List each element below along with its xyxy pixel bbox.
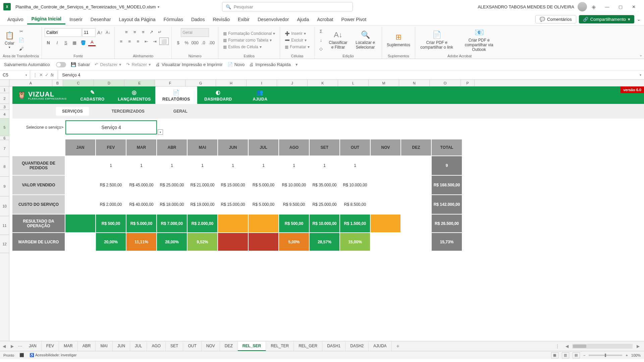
ribbon-tab-exibir[interactable]: Exibir: [234, 15, 254, 24]
orientation-icon[interactable]: ↗: [148, 28, 155, 36]
quick-print-button[interactable]: 🖨Impressão Rápida: [249, 62, 291, 67]
zoom-level[interactable]: 100%: [631, 353, 641, 357]
align-top-icon[interactable]: ≡: [123, 28, 130, 36]
zoom-in-button[interactable]: +: [626, 353, 628, 357]
filename-caret-icon[interactable]: ▾: [158, 5, 159, 9]
worksheet[interactable]: 🦉 VIZUAL PLANILHAS EMPRESARIAIS ✎CADASTR…: [9, 86, 644, 341]
ribbon-tab-desenvolvedor[interactable]: Desenvolvedor: [254, 15, 293, 24]
data-cell[interactable]: [65, 195, 96, 215]
undo-button[interactable]: ↶Desfazer ▾: [95, 62, 121, 67]
data-cell[interactable]: [371, 156, 401, 176]
sheet-tab-jul[interactable]: JUL: [130, 342, 147, 351]
data-cell[interactable]: R$ 9.500,00: [279, 195, 310, 215]
fill-icon[interactable]: ↓: [317, 37, 325, 44]
fill-color-icon[interactable]: 🪣: [79, 39, 87, 46]
add-sheet-button[interactable]: +: [392, 343, 404, 349]
ribbon-tab-desenhar[interactable]: Desenhar: [87, 15, 115, 24]
paste-button[interactable]: 📋 Colar ▾: [3, 30, 16, 50]
data-cell[interactable]: R$ 5.000,00: [249, 176, 279, 195]
ribbon-tab-dados[interactable]: Dados: [187, 15, 209, 24]
data-cell[interactable]: R$ 7.000,00: [157, 215, 187, 233]
ribbon-tab-inserir[interactable]: Inserir: [65, 15, 87, 24]
increase-font-icon[interactable]: A↑: [96, 29, 104, 36]
wrap-text-icon[interactable]: ↵: [156, 28, 164, 36]
data-cell[interactable]: 20,00%: [96, 233, 126, 251]
bold-button[interactable]: N: [45, 39, 52, 46]
data-cell[interactable]: 1: [249, 156, 279, 176]
cut-icon[interactable]: ✂: [18, 28, 25, 35]
subtab-geral[interactable]: GERAL: [167, 107, 194, 116]
normal-view-button[interactable]: ▦: [551, 352, 558, 358]
format-cells-button[interactable]: ▦Formatar ▾: [283, 44, 312, 50]
data-cell[interactable]: 5,00%: [279, 233, 310, 251]
data-cell[interactable]: 1: [157, 156, 187, 176]
formula-input[interactable]: Serviço 4: [58, 72, 84, 77]
data-cell[interactable]: R$ 500,00: [279, 215, 310, 233]
column-header-M[interactable]: M: [369, 80, 399, 86]
qat-more-icon[interactable]: ▾: [296, 62, 298, 67]
data-cell[interactable]: [401, 156, 432, 176]
sheet-tab-ajuda[interactable]: AJUDA: [369, 342, 391, 351]
accessibility-icon[interactable]: ♿ Acessibilidade: investigar: [30, 353, 76, 357]
row-header-3[interactable]: 3: [0, 104, 9, 110]
subtab-terceirizados[interactable]: TERCEIRIZADOS: [106, 107, 151, 116]
column-header-G[interactable]: G: [185, 80, 216, 86]
sheet-tab-mar[interactable]: MAR: [59, 342, 78, 351]
data-cell[interactable]: R$ 45.000,00: [126, 176, 157, 195]
data-cell[interactable]: [401, 195, 432, 215]
data-cell[interactable]: R$ 8.500,00: [340, 195, 371, 215]
border-icon[interactable]: ▦: [71, 39, 78, 46]
sheet-tab-dez[interactable]: DEZ: [220, 342, 238, 351]
data-cell[interactable]: [218, 215, 249, 233]
close-button[interactable]: ✕: [627, 2, 641, 12]
data-cell[interactable]: R$ 35.000,00: [310, 176, 340, 195]
row-header-8[interactable]: 8: [0, 157, 9, 177]
nav-item-ajuda[interactable]: 👥AJUDA: [239, 86, 281, 104]
data-cell[interactable]: [371, 233, 401, 251]
data-cell[interactable]: R$ 25.000,00: [310, 195, 340, 215]
column-header-D[interactable]: D: [94, 80, 124, 86]
currency-icon[interactable]: $: [174, 39, 182, 46]
data-cell[interactable]: R$ 2.500,00: [96, 176, 126, 195]
nav-item-cadastro[interactable]: ✎CADASTRO: [71, 86, 113, 104]
copy-icon[interactable]: 📄: [18, 37, 25, 44]
formula-expand-icon[interactable]: ▾: [637, 73, 644, 77]
row-header-9[interactable]: 9: [0, 177, 9, 196]
sheet-tab-jan[interactable]: JAN: [24, 342, 42, 351]
align-right-icon[interactable]: ≡: [134, 38, 142, 45]
row-header-1[interactable]: 1: [0, 86, 9, 93]
percent-icon[interactable]: %: [183, 39, 190, 46]
column-header-O[interactable]: O: [430, 80, 461, 86]
format-painter-icon[interactable]: 🖌: [18, 45, 25, 53]
row-header-10[interactable]: 10: [0, 196, 9, 216]
user-area[interactable]: ALEXSANDRO TABOSA MENDES DE OLIVEIRA ◈ ―…: [478, 2, 641, 12]
sheet-tab-ago[interactable]: AGO: [147, 342, 166, 351]
ribbon-expand-icon[interactable]: ⌄: [638, 51, 644, 59]
data-cell[interactable]: R$ 5.000,00: [249, 195, 279, 215]
column-header-P[interactable]: P: [461, 80, 475, 86]
data-cell[interactable]: R$ 21.000,00: [187, 176, 218, 195]
column-header-E[interactable]: E: [124, 80, 155, 86]
column-header-H[interactable]: H: [216, 80, 247, 86]
nav-item-relatórios[interactable]: 📄RELATÓRIOS: [155, 86, 197, 104]
decrease-indent-icon[interactable]: ⇤: [143, 38, 150, 45]
row-header-5[interactable]: 5: [0, 119, 9, 136]
align-center-icon[interactable]: ≡: [126, 38, 133, 45]
sheet-tab-out[interactable]: OUT: [183, 342, 201, 351]
column-header-I[interactable]: I: [247, 80, 277, 86]
new-button[interactable]: 📄Novo: [227, 62, 245, 67]
create-pdf-link-button[interactable]: 📄 Criar PDF e compartilhar o link: [418, 29, 455, 51]
column-header-A[interactable]: A: [9, 80, 52, 86]
data-cell[interactable]: R$ 1.500,00: [340, 215, 371, 233]
data-cell[interactable]: R$ 15.000,00: [218, 195, 249, 215]
data-cell[interactable]: [65, 215, 96, 233]
page-break-view-button[interactable]: ▤: [573, 352, 580, 358]
cell-styles-button[interactable]: ▦Estilos de Célula ▾: [221, 44, 263, 50]
ribbon-tab-ajuda[interactable]: Ajuda: [293, 15, 313, 24]
sheet-tab-nov[interactable]: NOV: [202, 342, 220, 351]
ribbon-tab-revisão[interactable]: Revisão: [209, 15, 234, 24]
font-size-select[interactable]: [82, 28, 96, 37]
data-cell[interactable]: 1: [126, 156, 157, 176]
data-cell[interactable]: [401, 215, 432, 233]
hscroll-divider-icon[interactable]: ⋮: [553, 344, 561, 349]
